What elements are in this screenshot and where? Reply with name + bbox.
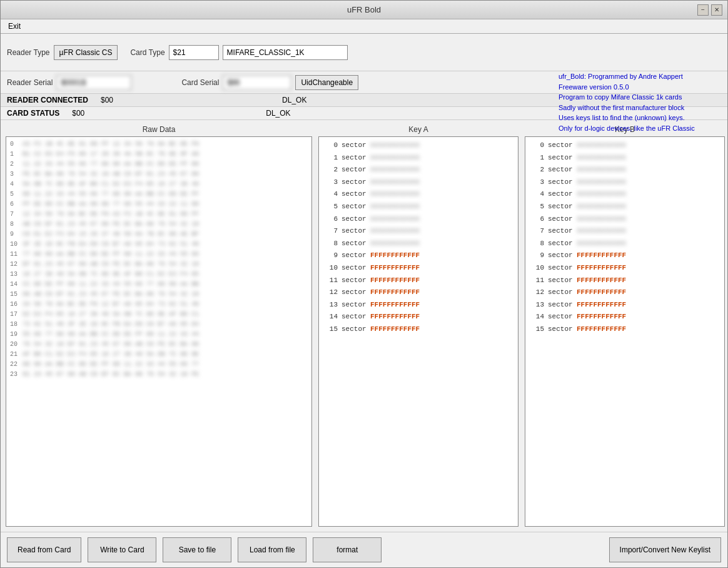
- key-b-row: 7sectorXXXXXXXXXXXX: [528, 225, 722, 238]
- key-a-row: 12sectorFFFFFFFFFFFF: [321, 287, 515, 299]
- key-a-row: 4sectorXXXXXXXXXXXX: [321, 188, 515, 201]
- raw-data-row: 1955 66 77 88 99 AA BB CC DD EE FF 00 11…: [9, 330, 309, 340]
- key-b-row: 14sectorFFFFFFFFFFFF: [528, 311, 722, 323]
- key-b-row: 8sectorXXXXXXXXXXXX: [528, 238, 722, 250]
- uid-changeable-button[interactable]: UidChangeable: [295, 75, 358, 90]
- raw-data-panel: Raw Data 0A3 F2 1B 4C 8E 91 00 FF 12 34 …: [6, 125, 312, 527]
- key-b-row: 10sectorFFFFFFFFFFFF: [528, 262, 722, 275]
- card-status-label: CARD STATUS: [7, 109, 59, 118]
- key-b-row: 6sectorXXXXXXXXXXXX: [528, 213, 722, 226]
- raw-data-row: 8AB CD EF 01 23 45 67 89 FE DC BA 98 76 …: [9, 220, 309, 230]
- read-from-card-button[interactable]: Read from Card: [7, 537, 81, 562]
- info-line6: Only for d-logic devices, like the uFR C…: [559, 123, 721, 134]
- raw-data-row: 1634 56 78 9A BC DE F0 12 B7 A6 95 84 73…: [9, 300, 309, 310]
- key-a-row: 0sectorXXXXXXXXXXXX: [321, 139, 515, 152]
- key-b-row: 1sectorXXXXXXXXXXXX: [528, 152, 722, 165]
- card-type-label: Card Type: [130, 48, 164, 57]
- save-to-file-button[interactable]: Save to file: [163, 537, 231, 562]
- raw-data-row: 2301 23 45 67 89 AB CD EF DC BA 98 76 54…: [9, 370, 309, 380]
- key-a-row: 8sectorXXXXXXXXXXXX: [321, 238, 515, 250]
- raw-data-row: 712 34 56 78 9A BC DE F0 A3 F2 1B 4C 8E …: [9, 210, 309, 220]
- key-a-row: 13sectorFFFFFFFFFFFF: [321, 299, 515, 312]
- menu-exit[interactable]: Exit: [6, 21, 23, 32]
- key-a-list[interactable]: 0sectorXXXXXXXXXXXX1sectorXXXXXXXXXXXX2s…: [318, 136, 518, 527]
- key-a-row: 6sectorXXXXXXXXXXXX: [321, 213, 515, 226]
- key-b-row: 0sectorXXXXXXXXXXXX: [528, 139, 722, 152]
- raw-data-row: 103F 2E 1D 0C FB EA D9 C8 B7 A6 95 84 73…: [9, 240, 309, 250]
- raw-data-row: 1177 88 99 AA BB CC DD EE FF 00 11 22 33…: [9, 250, 309, 260]
- key-a-row: 3sectorXXXXXXXXXXXX: [321, 176, 515, 189]
- key-a-row: 11sectorFFFFFFFFFFFF: [321, 275, 515, 287]
- key-b-panel: Key B 0sectorXXXXXXXXXXXX1sectorXXXXXXXX…: [525, 125, 725, 527]
- raw-data-row: 500 11 22 33 44 55 66 77 88 99 AA BB CC …: [9, 190, 309, 200]
- reader-type-label: Reader Type: [7, 48, 50, 57]
- key-a-row: 14sectorFFFFFFFFFFFF: [321, 311, 515, 323]
- raw-data-row: 211 22 33 44 55 66 77 88 99 AA BB CC DD …: [9, 160, 309, 170]
- reader-serial-label: Reader Serial: [7, 78, 53, 87]
- key-b-row: 11sectorFFFFFFFFFFFF: [528, 275, 722, 287]
- reader-status-value: $00: [101, 96, 113, 104]
- reader-type-button[interactable]: µFR Classic CS: [54, 45, 118, 60]
- raw-data-row: 0A3 F2 1B 4C 8E 91 00 FF 12 34 56 78 9A …: [9, 139, 309, 150]
- key-b-row: 9sectorFFFFFFFFFFFF: [528, 250, 722, 262]
- key-a-panel: Key A 0sectorXXXXXXXXXXXX1sectorXXXXXXXX…: [318, 125, 518, 527]
- write-to-card-button[interactable]: Write to Card: [88, 537, 156, 562]
- raw-data-row: 21AF B0 C1 D2 E3 F4 05 16 27 38 49 5A 6B…: [9, 350, 309, 360]
- info-line3: Program to copy Mifare Classic 1k cards: [559, 92, 721, 103]
- key-a-row: 2sectorXXXXXXXXXXXX: [321, 164, 515, 176]
- info-line5: Uses keys list to find the (unknown) key…: [559, 113, 721, 123]
- window-title: uFR Bold: [347, 5, 381, 14]
- raw-data-row: 14CC DD EE FF 00 11 22 33 44 55 66 77 88…: [9, 280, 309, 290]
- key-a-row: 10sectorFFFFFFFFFFFF: [321, 262, 515, 275]
- raw-data-row: 3FE DC BA 98 76 54 32 10 AB CD EF 01 23 …: [9, 170, 309, 180]
- card-status-value: $00: [72, 109, 84, 118]
- key-b-row: 12sectorFFFFFFFFFFFF: [528, 287, 722, 299]
- info-line1: ufr_Bold: Programmed by Andre Kappert: [559, 71, 721, 82]
- raw-data-row: 1B1 C2 D3 E4 F5 06 17 28 39 4A 5B 6C 7D …: [9, 150, 309, 160]
- close-button[interactable]: ✕: [711, 4, 722, 16]
- key-a-row: 7sectorXXXXXXXXXXXX: [321, 225, 515, 238]
- card-type-id-input[interactable]: [169, 45, 219, 60]
- key-a-label: Key A: [318, 125, 518, 134]
- raw-data-row: 17D2 E3 F4 05 16 27 38 49 5A 6B 7C 8D 9E…: [9, 310, 309, 320]
- key-b-row: 15sectorFFFFFFFFFFFF: [528, 323, 722, 336]
- key-b-row: 13sectorFFFFFFFFFFFF: [528, 299, 722, 312]
- bottom-bar: Read from Card Write to Card Save to fil…: [1, 532, 727, 567]
- raw-data-row: 1589 AB CD EF 01 23 45 67 FE DC BA 98 76…: [9, 290, 309, 300]
- raw-data-label: Raw Data: [6, 125, 312, 134]
- raw-data-row: 2076 54 32 10 EF 01 23 45 67 89 AB CD FE…: [9, 340, 309, 350]
- info-line2: Freeware version 0.5.0: [559, 82, 721, 93]
- info-panel: ufr_Bold: Programmed by Andre Kappert Fr…: [559, 71, 721, 133]
- key-a-row: 15sectorFFFFFFFFFFFF: [321, 323, 515, 336]
- card-dl-status: DL_OK: [266, 109, 290, 118]
- key-b-row: 4sectorXXXXXXXXXXXX: [528, 188, 722, 201]
- key-a-row: 9sectorFFFFFFFFFFFF: [321, 250, 515, 262]
- key-b-row: 2sectorXXXXXXXXXXXX: [528, 164, 722, 176]
- raw-data-row: 45A 6B 7C 8D 9E AF B0 C1 D2 E3 F4 05 16 …: [9, 180, 309, 190]
- raw-data-row: 2288 99 AA BB CC DD EE FF 00 11 22 33 44…: [9, 360, 309, 370]
- card-type-name-input: [223, 45, 348, 60]
- card-serial-input[interactable]: [223, 75, 291, 90]
- minimize-button[interactable]: −: [697, 4, 709, 16]
- reader-serial-input[interactable]: [56, 75, 131, 90]
- key-b-row: 3sectorXXXXXXXXXXXX: [528, 176, 722, 189]
- key-a-row: 1sectorXXXXXXXXXXXX: [321, 152, 515, 165]
- raw-data-row: 9C0 D1 E2 F3 04 15 26 37 48 59 6A 7B 8C …: [9, 230, 309, 240]
- load-from-file-button[interactable]: Load from file: [238, 537, 306, 562]
- import-convert-button[interactable]: Import/Convert New Keylist: [609, 537, 721, 562]
- raw-data-row: 1316 27 38 49 5A 6B 7C 8D 9E AF B0 C1 D2…: [9, 270, 309, 280]
- info-line4: Sadly without the first manufacturer blo…: [559, 103, 721, 113]
- key-a-row: 5sectorXXXXXXXXXXXX: [321, 201, 515, 213]
- raw-data-row: 1873 62 51 40 3F 2E 1D 0C FB EA D9 C8 B7…: [9, 320, 309, 330]
- raw-data-list[interactable]: 0A3 F2 1B 4C 8E 91 00 FF 12 34 56 78 9A …: [6, 136, 312, 527]
- raw-data-row: 6FF EE DD CC BB AA 99 88 77 66 55 44 33 …: [9, 200, 309, 210]
- raw-data-row: 12EF 01 23 45 67 89 AB CD FE DC BA 98 76…: [9, 260, 309, 270]
- card-serial-label: Card Serial: [181, 78, 219, 87]
- reader-dl-status: DL_OK: [282, 96, 306, 104]
- key-b-list[interactable]: 0sectorXXXXXXXXXXXX1sectorXXXXXXXXXXXX2s…: [525, 136, 725, 527]
- reader-connected-label: READER CONNECTED: [7, 96, 88, 104]
- key-b-row: 5sectorXXXXXXXXXXXX: [528, 201, 722, 213]
- format-button[interactable]: format: [313, 537, 382, 562]
